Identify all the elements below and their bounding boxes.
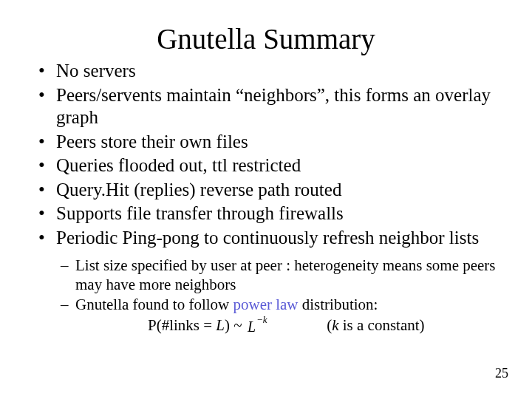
formula-L-to-minus-k: [246, 318, 271, 332]
list-item: List size specified by user at peer : he…: [59, 256, 502, 294]
highlight-powerlaw: power law: [233, 296, 298, 313]
list-item: Periodic Ping-pong to continuously refre…: [35, 227, 502, 250]
formula-tilde: ) ~: [225, 316, 246, 334]
list-item: Peers/servents maintain “neighbors”, thi…: [35, 84, 502, 129]
formula-L: L: [216, 316, 225, 334]
list-item: No servers: [35, 60, 502, 83]
list-item: Peers store their own files: [35, 131, 502, 154]
list-item: Queries flooded out, ttl restricted: [35, 154, 502, 177]
list-item: Gnutella found to follow power law distr…: [59, 296, 502, 315]
sub-bullet-list: List size specified by user at peer : he…: [30, 256, 502, 315]
formula-lhs: P(#links =: [148, 316, 216, 334]
slide-title: Gnutella Summary: [30, 22, 502, 55]
formula-k-constant: (k is a constant): [327, 316, 424, 335]
formula-line: P(#links = L) ~ (k is a constant): [30, 316, 502, 335]
list-item: Query.Hit (replies) reverse path routed: [35, 179, 502, 202]
text-run: Gnutella found to follow: [75, 296, 233, 313]
page-number: 25: [495, 366, 508, 381]
list-item: Supports file transfer through firewalls: [35, 202, 502, 225]
slide: Gnutella Summary No servers Peers/serven…: [0, 0, 532, 399]
text-run: is a constant): [338, 316, 424, 334]
text-run: distribution:: [299, 296, 378, 313]
bullet-list: No servers Peers/servents maintain “neig…: [30, 60, 502, 249]
